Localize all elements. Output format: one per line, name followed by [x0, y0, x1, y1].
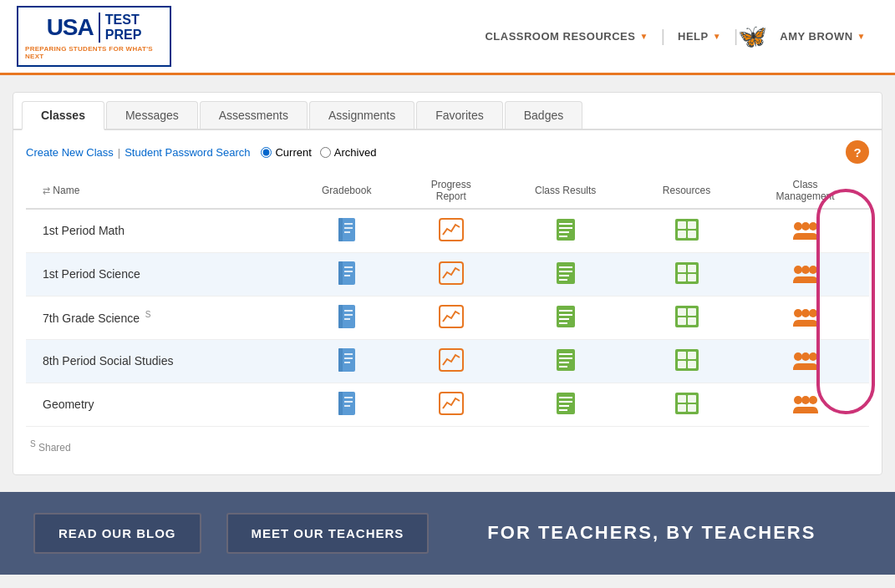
svg-rect-89 [688, 395, 696, 403]
progress-report-cell[interactable] [403, 296, 499, 339]
svg-rect-47 [559, 318, 569, 320]
svg-rect-24 [440, 262, 463, 284]
svg-rect-13 [688, 221, 696, 229]
class-results-cell[interactable] [499, 209, 631, 253]
col-header-class-results: Class Results [499, 174, 631, 209]
current-radio-label[interactable]: Current [261, 146, 311, 159]
class-management-cell[interactable] [741, 296, 869, 339]
row-name: 8th Period Social Studies [26, 339, 290, 383]
toolbar: Create New Class | Student Password Sear… [13, 130, 882, 174]
header: USA TEST PREP PREPARING STUDENTS FOR WHA… [0, 0, 895, 75]
resources-cell[interactable] [632, 252, 741, 296]
archived-radio-label[interactable]: Archived [320, 146, 377, 159]
class-management-icon [791, 305, 820, 328]
svg-rect-27 [559, 271, 572, 272]
svg-point-74 [801, 352, 810, 361]
svg-rect-62 [440, 349, 463, 371]
toolbar-separator: | [118, 146, 120, 159]
meet-teachers-button[interactable]: MEET OUR TEACHERS [226, 513, 430, 554]
progress-report-icon [439, 218, 464, 241]
resources-icon [674, 218, 699, 241]
tab-favorites[interactable]: Favorites [416, 101, 503, 129]
svg-point-54 [794, 309, 802, 317]
tab-badges[interactable]: Badges [505, 101, 582, 129]
svg-point-75 [809, 352, 817, 361]
table-row: Geometry [26, 383, 869, 426]
svg-rect-14 [678, 231, 686, 238]
tab-classes[interactable]: Classes [22, 101, 104, 130]
resources-cell[interactable] [632, 296, 741, 339]
class-results-cell[interactable] [499, 383, 631, 426]
class-management-cell[interactable] [741, 339, 869, 383]
svg-rect-46 [559, 314, 572, 316]
tab-assignments[interactable]: Assignments [309, 101, 414, 129]
svg-point-16 [794, 222, 802, 231]
sort-icon[interactable]: ⇄ [43, 185, 50, 195]
gradebook-cell[interactable] [290, 209, 403, 253]
svg-rect-70 [688, 352, 696, 359]
progress-report-cell[interactable] [403, 252, 499, 296]
gradebook-cell[interactable] [290, 296, 403, 339]
progress-report-cell[interactable] [403, 383, 499, 426]
class-management-cell[interactable] [741, 383, 869, 426]
svg-rect-10 [559, 236, 567, 237]
svg-rect-66 [559, 362, 569, 363]
svg-rect-81 [440, 393, 463, 414]
footer: READ OUR BLOG MEET OUR TEACHERS FOR TEAC… [0, 492, 895, 575]
class-results-icon [555, 304, 577, 329]
svg-point-93 [801, 396, 810, 404]
help-nav[interactable]: HELP ▼ [665, 30, 734, 43]
main-panel: Classes Messages Assessments Assignments… [13, 92, 882, 475]
table-row: 8th Period Social Studies [26, 339, 869, 383]
resources-cell[interactable] [632, 339, 741, 383]
svg-rect-2 [344, 223, 353, 225]
class-results-cell[interactable] [499, 252, 631, 296]
tab-assessments[interactable]: Assessments [200, 101, 308, 129]
user-nav[interactable]: AMY BROWN ▼ [767, 30, 878, 43]
svg-rect-45 [559, 310, 572, 312]
svg-rect-40 [344, 310, 353, 312]
class-results-cell[interactable] [499, 339, 631, 383]
current-radio[interactable] [261, 147, 272, 158]
svg-rect-43 [440, 306, 463, 327]
archived-radio[interactable] [320, 147, 331, 158]
row-name: 7th Grade Science S [26, 296, 290, 339]
class-management-cell[interactable] [741, 209, 869, 253]
help-caret: ▼ [713, 32, 721, 41]
svg-point-56 [809, 309, 817, 317]
read-blog-button[interactable]: READ OUR BLOG [33, 513, 201, 554]
resources-cell[interactable] [632, 209, 741, 253]
col-header-class-management: Class Management [741, 174, 869, 209]
resources-cell[interactable] [632, 383, 741, 426]
svg-rect-88 [678, 395, 686, 403]
gradebook-cell[interactable] [290, 383, 403, 426]
class-results-icon [555, 217, 577, 242]
progress-report-cell[interactable] [403, 339, 499, 383]
gradebook-icon [335, 303, 359, 330]
help-button[interactable]: ? [846, 140, 869, 164]
svg-point-17 [801, 222, 810, 231]
tab-messages[interactable]: Messages [106, 101, 198, 129]
class-management-cell[interactable] [741, 252, 869, 296]
gradebook-cell[interactable] [290, 252, 403, 296]
progress-report-icon [439, 392, 464, 415]
svg-rect-39 [338, 305, 343, 328]
create-new-class-link[interactable]: Create New Class [26, 146, 114, 159]
class-management-icon [791, 261, 820, 285]
class-results-cell[interactable] [499, 296, 631, 339]
classroom-resources-nav[interactable]: CLASSROOM RESOURCES ▼ [472, 30, 660, 43]
table-wrapper: ⇄ Name Gradebook Progress Report Class R… [13, 174, 882, 427]
svg-rect-77 [338, 392, 343, 415]
nav-right: CLASSROOM RESOURCES ▼ | HELP ▼ | 🦋 AMY B… [472, 23, 878, 50]
progress-report-icon [439, 348, 464, 372]
gradebook-cell[interactable] [290, 339, 403, 383]
svg-point-92 [794, 396, 802, 404]
progress-report-cell[interactable] [403, 209, 499, 253]
svg-rect-42 [344, 318, 350, 320]
logo-divider [99, 13, 100, 43]
logo[interactable]: USA TEST PREP PREPARING STUDENTS FOR WHA… [17, 6, 171, 67]
svg-rect-60 [344, 357, 353, 359]
svg-rect-44 [557, 306, 575, 327]
student-password-search-link[interactable]: Student Password Search [125, 146, 250, 159]
classes-table: ⇄ Name Gradebook Progress Report Class R… [26, 174, 869, 427]
